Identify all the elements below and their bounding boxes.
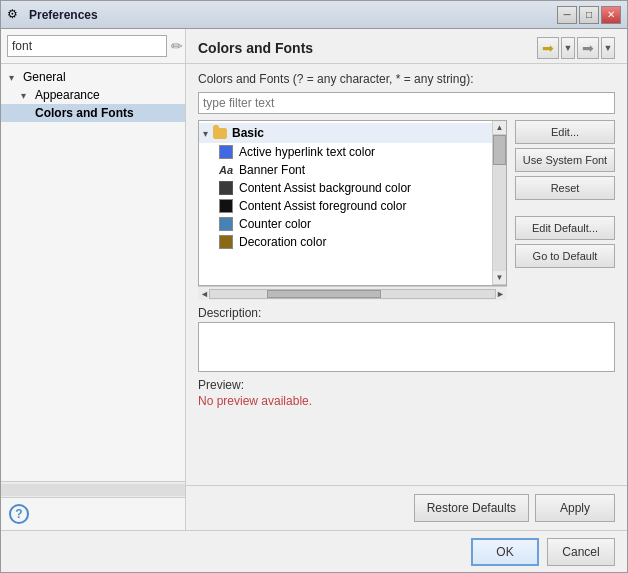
label-decoration: Decoration color	[239, 235, 326, 249]
left-scrollbar[interactable]	[1, 481, 185, 497]
swatch-active-hyperlink	[219, 145, 233, 159]
side-buttons: Edit... Use System Font Reset Edit Defau…	[515, 120, 615, 300]
tree-item-general[interactable]: ▾ General	[1, 68, 185, 86]
right-content: Colors and Fonts (? = any character, * =…	[186, 64, 627, 485]
help-button[interactable]: ?	[9, 504, 29, 524]
section-description-text: Colors and Fonts (? = any character, * =…	[198, 72, 615, 86]
right-panel-title: Colors and Fonts	[198, 40, 313, 56]
title-bar-left: ⚙ Preferences	[7, 7, 98, 23]
tree-item-appearance[interactable]: ▾ Appearance	[1, 86, 185, 104]
list-inner: ▾ Basic Active hyperlink text color	[199, 121, 506, 253]
colors-list-area: ▾ Basic Active hyperlink text color	[198, 120, 615, 300]
tree-item-colors-fonts[interactable]: Colors and Fonts	[1, 104, 185, 122]
hscroll-left-btn[interactable]: ◄	[200, 289, 209, 299]
restore-defaults-button[interactable]: Restore Defaults	[414, 494, 529, 522]
dialog-bottom: OK Cancel	[1, 530, 627, 572]
main-content: ✏ ▾ General ▾ Appearance Colors and Font…	[1, 29, 627, 530]
cancel-button[interactable]: Cancel	[547, 538, 615, 566]
bottom-buttons-row: Restore Defaults Apply	[186, 485, 627, 530]
close-button[interactable]: ✕	[601, 6, 621, 24]
right-header: Colors and Fonts ➡ ▼ ➡ ▼	[186, 29, 627, 64]
search-input[interactable]	[7, 35, 167, 57]
group-arrow-icon: ▾	[203, 128, 208, 139]
scroll-thumb-area	[493, 135, 506, 271]
window-icon: ⚙	[7, 7, 23, 23]
nav-back-button[interactable]: ➡	[537, 37, 559, 59]
list-group-basic[interactable]: ▾ Basic	[199, 123, 492, 143]
description-section: Description:	[198, 306, 615, 372]
label-content-assist-bg: Content Assist background color	[239, 181, 411, 195]
tree-area: ▾ General ▾ Appearance Colors and Fonts	[1, 64, 185, 481]
title-buttons: ─ □ ✕	[557, 6, 621, 24]
tree-label-colors-fonts: Colors and Fonts	[35, 106, 134, 120]
preview-section: Preview: No preview available.	[198, 378, 615, 408]
list-item-1[interactable]: Aa Banner Font	[199, 161, 492, 179]
swatch-content-assist-fg	[219, 199, 233, 213]
group-label-basic: Basic	[232, 126, 264, 140]
maximize-button[interactable]: □	[579, 6, 599, 24]
folder-icon	[212, 125, 228, 141]
apply-button[interactable]: Apply	[535, 494, 615, 522]
side-btn-group-bottom: Edit Default... Go to Default	[515, 216, 615, 268]
edit-default-button[interactable]: Edit Default...	[515, 216, 615, 240]
label-content-assist-fg: Content Assist foreground color	[239, 199, 406, 213]
nav-forward-button[interactable]: ➡	[577, 37, 599, 59]
hscroll-right-btn[interactable]: ►	[496, 289, 505, 299]
swatch-decoration	[219, 235, 233, 249]
list-item-0[interactable]: Active hyperlink text color	[199, 143, 492, 161]
use-system-font-button[interactable]: Use System Font	[515, 148, 615, 172]
label-counter: Counter color	[239, 217, 311, 231]
font-icon-banner: Aa	[219, 164, 233, 176]
side-btn-group-top: Edit... Use System Font Reset	[515, 120, 615, 200]
preferences-window: ⚙ Preferences ─ □ ✕ ✏ ▾ General ▾ Ap	[0, 0, 628, 573]
help-area: ?	[1, 497, 185, 530]
label-active-hyperlink: Active hyperlink text color	[239, 145, 375, 159]
filter-input[interactable]	[198, 92, 615, 114]
list-item-3[interactable]: Content Assist foreground color	[199, 197, 492, 215]
ok-button[interactable]: OK	[471, 538, 539, 566]
reset-button[interactable]: Reset	[515, 176, 615, 200]
tree-arrow-appearance: ▾	[21, 90, 31, 101]
list-scrollbar[interactable]: ▲ ▼	[492, 121, 506, 285]
nav-forward-dropdown[interactable]: ▼	[601, 37, 615, 59]
go-to-default-button[interactable]: Go to Default	[515, 244, 615, 268]
scroll-down-btn[interactable]: ▼	[493, 271, 506, 285]
search-clear-icon[interactable]: ✏	[171, 38, 183, 54]
hscroll-bar[interactable]	[209, 289, 496, 299]
tree-label-appearance: Appearance	[35, 88, 100, 102]
nav-arrows: ➡ ▼ ➡ ▼	[537, 37, 615, 59]
scroll-up-btn[interactable]: ▲	[493, 121, 506, 135]
scroll-thumb[interactable]	[493, 135, 506, 165]
filter-row	[198, 92, 615, 114]
preview-text: No preview available.	[198, 394, 615, 408]
tree-label-general: General	[23, 70, 66, 84]
colors-list: ▾ Basic Active hyperlink text color	[198, 120, 507, 286]
list-hscroll[interactable]: ◄ ►	[198, 286, 507, 300]
list-item-2[interactable]: Content Assist background color	[199, 179, 492, 197]
title-bar: ⚙ Preferences ─ □ ✕	[1, 1, 627, 29]
swatch-counter	[219, 217, 233, 231]
window-title: Preferences	[29, 8, 98, 22]
search-bar: ✏	[1, 29, 185, 64]
hscroll-thumb[interactable]	[267, 290, 381, 298]
left-hscroll-bar[interactable]	[1, 484, 185, 496]
minimize-button[interactable]: ─	[557, 6, 577, 24]
swatch-content-assist-bg	[219, 181, 233, 195]
list-item-4[interactable]: Counter color	[199, 215, 492, 233]
edit-button[interactable]: Edit...	[515, 120, 615, 144]
description-box	[198, 322, 615, 372]
list-item-5[interactable]: Decoration color	[199, 233, 492, 251]
nav-back-dropdown[interactable]: ▼	[561, 37, 575, 59]
left-panel: ✏ ▾ General ▾ Appearance Colors and Font…	[1, 29, 186, 530]
right-panel: Colors and Fonts ➡ ▼ ➡ ▼ Colors and Font…	[186, 29, 627, 530]
preview-label: Preview:	[198, 378, 615, 392]
description-label: Description:	[198, 306, 615, 320]
tree-arrow-general: ▾	[9, 72, 19, 83]
list-wrapper: ▾ Basic Active hyperlink text color	[198, 120, 507, 300]
label-banner-font: Banner Font	[239, 163, 305, 177]
